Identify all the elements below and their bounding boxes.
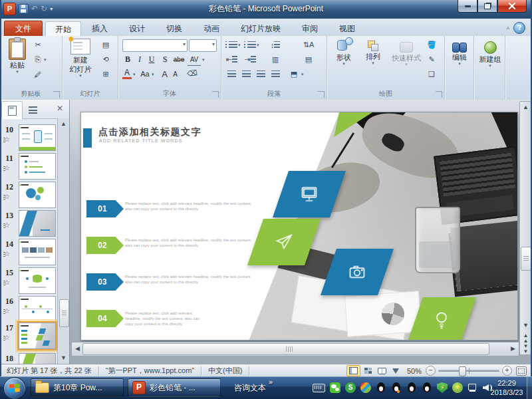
- qq-icon-2[interactable]: [391, 382, 402, 393]
- editing-button[interactable]: 编辑 ▾: [446, 38, 473, 66]
- close-button[interactable]: [497, 0, 527, 13]
- increase-indent-icon[interactable]: ⇥: [244, 54, 256, 65]
- arrange-button[interactable]: 排列 ▾: [359, 38, 387, 66]
- align-right-icon[interactable]: [255, 68, 267, 80]
- font-name-combobox[interactable]: [122, 39, 188, 52]
- new-slide-button[interactable]: 新建 幻灯片 ▾: [64, 38, 97, 78]
- align-left-icon[interactable]: [225, 68, 237, 80]
- tab-file[interactable]: 文件: [4, 21, 43, 37]
- shape-effects-icon[interactable]: ❑: [426, 68, 438, 80]
- panel-scroll-thumb[interactable]: [59, 299, 69, 327]
- paste-button[interactable]: 粘贴 ▾: [4, 38, 31, 74]
- tab-animations[interactable]: 动画: [194, 21, 229, 36]
- security-shield-icon[interactable]: ⚡: [437, 382, 448, 393]
- horizontal-scroll-thumb[interactable]: [82, 343, 489, 355]
- green-plus-icon[interactable]: +: [452, 382, 463, 393]
- scroll-down-icon[interactable]: ▼: [521, 321, 530, 330]
- text-direction-icon[interactable]: ⇅A: [303, 39, 315, 51]
- underline-button[interactable]: U: [146, 53, 157, 65]
- slideshow-button[interactable]: [390, 366, 402, 376]
- numbering-icon[interactable]: [244, 39, 256, 51]
- language-indicator[interactable]: 中文(中国): [201, 366, 249, 376]
- qq-icon-1[interactable]: [376, 382, 386, 393]
- zoom-out-button[interactable]: −: [426, 366, 436, 376]
- start-button[interactable]: [3, 377, 26, 399]
- tab-transitions[interactable]: 切换: [157, 21, 192, 36]
- normal-view-button[interactable]: [346, 365, 360, 376]
- font-size-combobox[interactable]: [189, 39, 217, 52]
- slide-thumbnail-18[interactable]: 18 ☆: [0, 352, 57, 364]
- new-group-button[interactable]: 新建组 ▾: [475, 38, 505, 68]
- qq-icon-4[interactable]: [422, 382, 432, 393]
- tab-slideshow[interactable]: 幻灯片放映: [231, 21, 290, 36]
- slide-canvas[interactable]: 点击添加相关标题文字 ADD RELATED TITLE WORDS 01 Pl…: [80, 112, 518, 340]
- copy-icon[interactable]: ⎘: [32, 54, 44, 65]
- scroll-up-icon[interactable]: ▲: [521, 103, 530, 112]
- taskbar-clock[interactable]: 22:29 2018/3/23: [488, 378, 525, 397]
- slide-thumbnail-12[interactable]: 12 ☆: [0, 181, 57, 209]
- shape-outline-icon[interactable]: ✎: [426, 54, 438, 65]
- text-shadow-button[interactable]: S: [160, 53, 170, 65]
- format-painter-icon[interactable]: 🖉: [32, 68, 44, 80]
- vertical-scroll-thumb[interactable]: [521, 247, 531, 271]
- zoom-slider-thumb[interactable]: [459, 366, 466, 376]
- slide-counter[interactable]: 幻灯片 第 17 张，共 22 张: [0, 366, 98, 376]
- tab-design[interactable]: 设计: [120, 21, 154, 36]
- align-text-icon[interactable]: ▤: [303, 54, 315, 65]
- minimize-button[interactable]: [458, 0, 477, 13]
- grow-font-button[interactable]: A: [160, 68, 170, 80]
- previous-slide-button[interactable]: ▲▲: [521, 333, 530, 344]
- show-desktop-button[interactable]: [527, 376, 532, 399]
- slide-thumbnail-16[interactable]: 16 ☆: [0, 295, 57, 323]
- slide-thumbnail-17-selected[interactable]: 17 ☆: [0, 322, 57, 350]
- zoom-slider[interactable]: [438, 370, 499, 372]
- character-spacing-button[interactable]: AV: [188, 53, 201, 66]
- tab-review[interactable]: 审阅: [293, 21, 327, 36]
- tab-home[interactable]: 开始: [45, 21, 81, 37]
- keyboard-icon[interactable]: [313, 384, 325, 392]
- reset-slide-icon[interactable]: ⟲: [100, 54, 112, 65]
- paragraph-dialog-launcher[interactable]: [318, 91, 325, 98]
- font-color-button[interactable]: A: [122, 68, 132, 79]
- slide-thumbnail-11[interactable]: 11 ☆: [0, 152, 57, 180]
- clipboard-dialog-launcher[interactable]: [53, 91, 60, 98]
- italic-button[interactable]: I: [134, 53, 145, 65]
- section-icon[interactable]: ⊞: [100, 68, 112, 80]
- panel-scrollbar[interactable]: ▲ ▼: [57, 118, 69, 364]
- taskbar-toolbar[interactable]: 咨询文本: [234, 376, 266, 399]
- network-icon[interactable]: [467, 382, 478, 393]
- decrease-indent-icon[interactable]: ⇤: [225, 54, 237, 65]
- tab-outline[interactable]: [23, 101, 43, 118]
- slide-thumbnail-10[interactable]: 10 ☆: [0, 124, 57, 152]
- tab-insert[interactable]: 插入: [82, 21, 117, 36]
- tab-view[interactable]: 视图: [330, 21, 364, 36]
- strikethrough-button[interactable]: abe: [172, 53, 186, 65]
- help-icon[interactable]: ?: [513, 22, 525, 34]
- font-dialog-launcher[interactable]: [212, 91, 219, 98]
- smartart-convert-icon[interactable]: ⬒: [288, 68, 300, 80]
- scroll-right-icon[interactable]: ▶: [509, 344, 517, 353]
- minimize-ribbon-icon[interactable]: ▵: [506, 24, 509, 31]
- list-item-04[interactable]: 04 Please replace text, click add releva…: [86, 310, 313, 330]
- slide-sorter-button[interactable]: [362, 366, 374, 376]
- shape-fill-icon[interactable]: 🪣: [426, 39, 438, 51]
- taskbar-button-folder[interactable]: 第10章 Pow...: [31, 378, 124, 397]
- zoom-level[interactable]: 50%: [403, 367, 426, 375]
- shrink-font-button[interactable]: A: [171, 68, 180, 80]
- title-accent-bar[interactable]: [83, 128, 92, 148]
- cut-icon[interactable]: ✂: [32, 39, 44, 51]
- slide-subtitle[interactable]: ADD RELATED TITLE WORDS: [99, 138, 183, 143]
- quick-styles-button[interactable]: 快速样式 ▾: [388, 38, 424, 67]
- align-center-icon[interactable]: [240, 68, 252, 80]
- skin-icon[interactable]: [360, 382, 371, 393]
- clear-formatting-icon[interactable]: ⌫: [186, 67, 199, 80]
- bullets-icon[interactable]: [225, 39, 237, 51]
- reading-view-button[interactable]: [376, 366, 388, 376]
- drawing-dialog-launcher[interactable]: [436, 91, 442, 98]
- panel-scroll-down-icon[interactable]: ▼: [59, 354, 68, 362]
- fit-to-window-button[interactable]: [516, 366, 527, 376]
- line-spacing-icon[interactable]: ↕: [269, 39, 281, 51]
- restore-button[interactable]: [477, 0, 497, 13]
- theme-name[interactable]: “第一PPT，www.1ppt.com”: [99, 366, 201, 376]
- toolbar-chevron-icon[interactable]: »: [269, 378, 273, 386]
